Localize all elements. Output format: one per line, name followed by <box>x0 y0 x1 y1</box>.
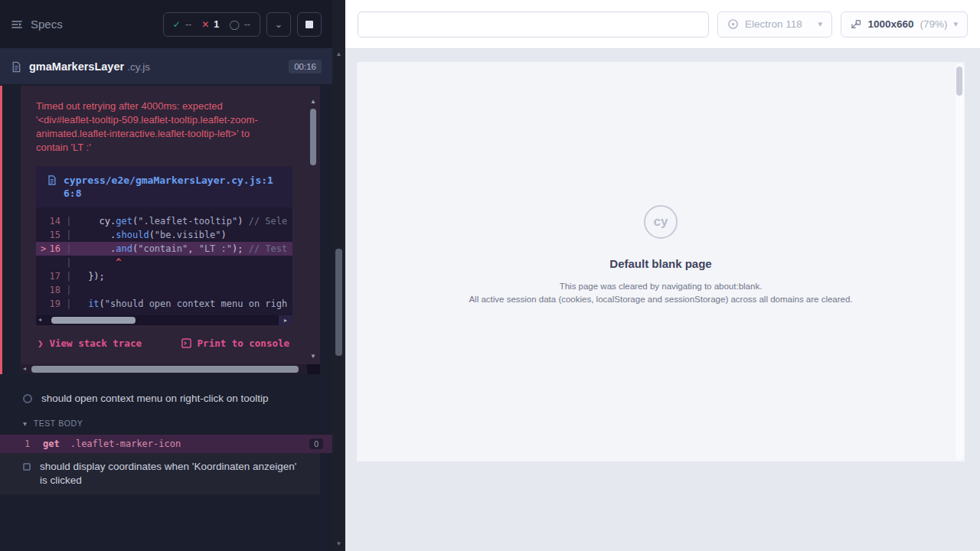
scrollbar-corner <box>307 364 320 374</box>
spec-duration: 00:16 <box>289 60 322 73</box>
pending-count: -- <box>244 19 250 30</box>
cypress-logo: cy <box>644 205 678 239</box>
test-body-label: TEST BODY <box>34 419 83 428</box>
specs-menu[interactable]: Specs <box>11 18 63 31</box>
stat-pending: ◯ -- <box>229 19 250 30</box>
error-panel: Timed out retrying after 4000ms: expecte… <box>21 86 320 364</box>
test-stats[interactable]: ✓ -- ✕ 1 ◯ -- <box>163 12 260 37</box>
aut-canvas: cy Default blank page This page was clea… <box>345 49 980 551</box>
scroll-down-icon[interactable]: ▼ <box>332 540 345 547</box>
chevron-down-icon: ⌄ <box>275 18 283 30</box>
test-title: should open context menu on right-click … <box>41 392 268 406</box>
attempt-hscroll-thumb[interactable] <box>31 366 299 373</box>
code-frame-file-link[interactable]: cypress/e2e/gmaMarkersLayer.cy.js:16:8 <box>36 166 292 207</box>
viewport-size: 1000x660 <box>867 18 913 30</box>
stop-icon <box>305 21 313 28</box>
error-actions: ❯ View stack trace Print to console <box>36 325 309 364</box>
app-root: Specs ✓ -- ✕ 1 ◯ -- <box>0 0 980 551</box>
code-line: | ^ <box>36 256 292 269</box>
chevron-down-icon: ▾ <box>953 19 958 29</box>
failed-count: 1 <box>214 19 219 30</box>
chevron-down-icon: ▾ <box>818 19 822 29</box>
toolbar-actions: ✓ -- ✕ 1 ◯ -- ⌄ <box>163 12 322 37</box>
command-number: 1 <box>24 439 43 449</box>
url-input[interactable] <box>358 11 709 37</box>
print-to-console-label: Print to console <box>198 337 289 349</box>
viewport-icon <box>851 19 861 30</box>
scroll-up-icon[interactable]: ▲ <box>332 51 345 57</box>
code-line: 19 | it("should open context menu on rig… <box>36 297 292 311</box>
passed-check-icon: ✓ <box>173 19 181 30</box>
collapse-all-button[interactable]: ⌄ <box>266 12 291 37</box>
blank-page-title: Default blank page <box>469 257 852 270</box>
command-method: get <box>43 439 60 449</box>
specs-label: Specs <box>31 18 63 31</box>
scroll-up-icon[interactable]: ▲ <box>309 98 317 105</box>
viewport-zoom: (79%) <box>920 18 947 30</box>
specs-menu-icon <box>11 18 23 31</box>
blank-page-message-1: This page was cleared by navigating to a… <box>469 280 852 293</box>
reporter-toolbar: Specs ✓ -- ✕ 1 ◯ -- <box>0 0 332 49</box>
attempt-horizontal-scrollbar[interactable]: ◂ <box>21 364 320 374</box>
pending-circle-icon: ◯ <box>229 19 239 30</box>
test-title: should display coordinates when 'Koordin… <box>40 460 306 487</box>
scroll-right-icon[interactable]: ▸ <box>279 315 292 325</box>
reporter-body: Timed out retrying after 4000ms: expecte… <box>0 84 332 551</box>
browser-label: Electron 118 <box>745 18 802 30</box>
code-file-icon <box>47 174 57 186</box>
stat-failed: ✕ 1 <box>201 19 219 30</box>
test-row-queued[interactable]: should display coordinates when 'Koordin… <box>0 453 320 494</box>
cypress-logo-text: cy <box>654 214 668 230</box>
reporter-scroll-thumb[interactable] <box>335 249 342 356</box>
stage-topbar: Electron 118 ▾ 1000x660 (79%) ▾ <box>345 0 980 49</box>
electron-browser-icon <box>727 18 739 30</box>
spec-header[interactable]: gmaMarkersLayer .cy.js 00:16 <box>0 49 332 84</box>
error-vertical-scrollbar[interactable]: ▲ ▼ <box>309 98 317 360</box>
print-to-console-link[interactable]: Print to console <box>181 337 289 349</box>
code-line: >16 | .and("contain", "LT :"); // Test <box>36 242 292 256</box>
scroll-left-icon[interactable]: ◂ <box>23 365 26 372</box>
reporter-panel: Specs ✓ -- ✕ 1 ◯ -- <box>0 0 332 551</box>
command-message: .leaflet-marker-icon <box>70 439 309 449</box>
code-frame-title: cypress/e2e/gmaMarkersLayer.cy.js:16:8 <box>64 174 282 200</box>
spec-name: gmaMarkersLayer <box>29 60 124 73</box>
test-list: should open context menu on right-click … <box>0 374 332 494</box>
blank-page-content: cy Default blank page This page was clea… <box>469 205 852 306</box>
browser-select[interactable]: Electron 118 ▾ <box>717 11 832 37</box>
blank-page-message-2: All active session data (cookies, localS… <box>469 293 852 306</box>
aut-scroll-thumb[interactable] <box>956 67 962 96</box>
code-frame: cypress/e2e/gmaMarkersLayer.cy.js:16:8 1… <box>36 166 292 325</box>
aut-iframe: cy Default blank page This page was clea… <box>357 62 965 461</box>
code-horizontal-scrollbar[interactable]: ◂ ▸ <box>36 315 292 325</box>
stop-run-button[interactable] <box>297 12 322 37</box>
scroll-down-icon[interactable]: ▼ <box>309 353 317 360</box>
error-vscroll-thumb[interactable] <box>310 109 316 165</box>
view-stack-trace-label: View stack trace <box>50 337 142 349</box>
test-body-section[interactable]: ▾ TEST BODY <box>0 412 332 435</box>
test-queued-icon <box>23 463 31 471</box>
console-icon <box>181 338 191 348</box>
failed-x-icon: ✕ <box>201 19 209 30</box>
stack-arrow-icon: ❯ <box>38 337 44 349</box>
aut-scrollbar[interactable] <box>956 64 964 460</box>
code-line: 14 | cy.get(".leaflet-tooltip") // Sele <box>36 214 292 228</box>
code-frame-lines: 14 | cy.get(".leaflet-tooltip") // Sele … <box>36 207 292 315</box>
failed-attempt: Timed out retrying after 4000ms: expecte… <box>0 86 332 374</box>
reporter-scrollbar[interactable]: ▲ ▼ <box>332 0 345 551</box>
section-chevron-icon: ▾ <box>23 419 28 428</box>
scroll-left-icon[interactable]: ◂ <box>38 316 41 323</box>
code-line: 18 | <box>36 283 292 297</box>
stat-passed: ✓ -- <box>173 19 191 30</box>
code-line: 17 | }); <box>36 269 292 283</box>
error-message: Timed out retrying after 4000ms: expecte… <box>36 99 275 155</box>
stage: Electron 118 ▾ 1000x660 (79%) ▾ cy D <box>345 0 980 551</box>
view-stack-trace-link[interactable]: ❯ View stack trace <box>38 337 142 349</box>
viewport-select[interactable]: 1000x660 (79%) ▾ <box>841 11 968 37</box>
code-hscroll-thumb[interactable] <box>51 317 136 324</box>
code-line: 15 | .should("be.visible") <box>36 228 292 242</box>
command-log-row[interactable]: 1 get .leaflet-marker-icon 0 <box>0 435 332 453</box>
command-count-badge: 0 <box>309 439 323 449</box>
spec-file-icon <box>11 61 22 73</box>
test-row-running[interactable]: should open context menu on right-click … <box>0 385 332 412</box>
passed-count: -- <box>185 19 191 30</box>
